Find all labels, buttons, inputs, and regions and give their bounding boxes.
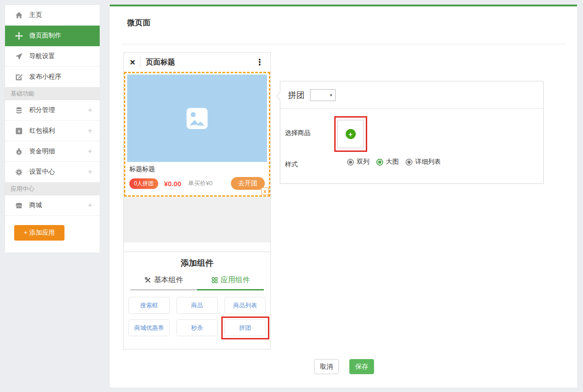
money-bag-icon: ¥ — [15, 148, 23, 156]
pintuan-dropdown[interactable] — [310, 89, 336, 101]
expand-plus-icon[interactable]: + — [88, 147, 92, 156]
radio-icon-selected — [376, 159, 383, 166]
sidebar-item-label: 发布小程序 — [29, 73, 61, 81]
sidebar-item-funds[interactable]: ¥ 资金明细 + — [5, 141, 100, 162]
edit-icon — [15, 73, 23, 81]
tab-basic-components[interactable]: 基本组件 — [130, 275, 197, 290]
title-divider — [121, 44, 566, 44]
main-content: 微页面 × 页面标题 ⋮ 标题标题 — [110, 5, 577, 387]
sidebar-item-navigation[interactable]: 导航设置 — [5, 46, 100, 67]
radio-icon — [406, 159, 412, 166]
sidebar-item-label: 微页面制作 — [29, 32, 61, 40]
group-buy-badge: 0人拼团 — [129, 178, 158, 189]
component-tabs: 基本组件 应用组件 — [130, 275, 264, 290]
kebab-menu-icon[interactable]: ⋮ — [256, 57, 264, 67]
component-button-searchbox[interactable]: 搜索框 — [128, 297, 170, 314]
expand-plus-icon[interactable]: + — [88, 201, 92, 210]
header-divider — [140, 56, 140, 68]
cancel-button[interactable]: 取消 — [314, 359, 339, 374]
radio-label: 大图 — [386, 158, 399, 166]
delete-component-icon[interactable]: x — [261, 188, 269, 195]
component-button-product-list[interactable]: 商品列表 — [225, 297, 266, 314]
selected-pintuan-component[interactable]: 标题标题 0人拼团 ¥0.00 单买价¥0 去开团 x — [124, 72, 270, 197]
empty-page-area — [124, 197, 270, 242]
sidebar-item-label: 资金明细 — [29, 147, 55, 156]
phone-page-title: 页面标题 — [146, 58, 175, 67]
component-button-pintuan[interactable]: 拼团 — [225, 319, 266, 336]
tools-icon — [144, 277, 151, 284]
save-button[interactable]: 保存 — [349, 359, 374, 374]
sidebar-item-label: 导航设置 — [29, 52, 55, 60]
radio-label: 详细列表 — [415, 158, 441, 166]
home-icon — [15, 11, 23, 19]
style-label: 样式 — [285, 161, 298, 169]
coins-icon — [15, 107, 23, 114]
svg-text:¥: ¥ — [18, 150, 20, 154]
add-app-button[interactable]: + 添加应用 — [14, 225, 64, 241]
radio-option-detail-list[interactable]: 详细列表 — [406, 158, 441, 166]
component-button-product[interactable]: 商品 — [177, 297, 218, 314]
svg-text:¥: ¥ — [18, 129, 20, 133]
component-picker: 添加组件 基本组件 — [124, 252, 270, 349]
sidebar-item-publish[interactable]: 发布小程序 — [5, 67, 100, 87]
single-buy-price: 单买价¥0 — [188, 179, 212, 188]
sidebar-item-mall[interactable]: 商城 + — [5, 195, 100, 216]
sidebar: 主页 微页面制作 导航设置 发布小程序 基础功能 积分管理 + ¥ 红包福利 +… — [5, 5, 100, 253]
sidebar-item-label: 红包福利 — [29, 127, 55, 135]
component-button-flash-sale[interactable]: 秒杀 — [177, 319, 218, 336]
sidebar-item-label: 设置中心 — [29, 168, 55, 176]
product-price: ¥0.00 — [164, 180, 182, 188]
expand-plus-icon[interactable]: + — [88, 106, 92, 115]
select-product-label: 选择商品 — [285, 129, 310, 137]
move-icon — [15, 32, 23, 40]
phone-header: × 页面标题 ⋮ — [124, 53, 270, 72]
product-price-row: 0人拼团 ¥0.00 单买价¥0 去开团 — [129, 177, 265, 190]
shop-icon — [15, 202, 23, 209]
sidebar-item-micropage[interactable]: 微页面制作 — [5, 26, 100, 46]
page-title: 微页面 — [127, 17, 150, 28]
component-button-coupon[interactable]: 商城优惠券 — [128, 319, 170, 336]
panel-header: 拼团 — [280, 81, 543, 109]
sidebar-item-label: 商城 — [29, 201, 42, 209]
image-placeholder-icon — [187, 108, 208, 129]
sidebar-section-basic: 基础功能 — [5, 87, 100, 100]
radio-option-big-image[interactable]: 大图 — [376, 158, 399, 166]
sidebar-item-label: 积分管理 — [29, 106, 55, 114]
sidebar-item-redpacket[interactable]: ¥ 红包福利 + — [5, 121, 100, 141]
radio-icon — [347, 159, 354, 166]
sidebar-item-points[interactable]: 积分管理 + — [5, 100, 100, 121]
component-picker-title: 添加组件 — [124, 258, 270, 268]
tab-app-components[interactable]: 应用组件 — [197, 275, 264, 290]
gear-icon — [15, 168, 23, 176]
expand-plus-icon[interactable]: + — [88, 167, 92, 177]
sidebar-section-apps: 应用中心 — [5, 183, 100, 195]
product-image-placeholder — [127, 75, 267, 162]
phone-preview: × 页面标题 ⋮ 标题标题 0人拼团 ¥0.00 — [123, 52, 271, 349]
expand-plus-icon[interactable]: + — [88, 126, 92, 135]
go-start-group-button[interactable]: 去开团 — [231, 177, 265, 190]
component-buttons: 搜索框 商品 商品列表 商城优惠券 秒杀 拼团 — [128, 297, 266, 336]
sidebar-item-settings[interactable]: 设置中心 + — [5, 162, 100, 183]
tab-label: 基本组件 — [154, 275, 183, 285]
product-title: 标题标题 — [129, 165, 265, 173]
add-product-box[interactable]: + — [337, 120, 364, 148]
style-options: 双列 大图 详细列表 — [347, 158, 441, 166]
page: 主页 微页面制作 导航设置 发布小程序 基础功能 积分管理 + ¥ 红包福利 +… — [0, 0, 583, 392]
close-icon[interactable]: × — [130, 58, 135, 67]
navigation-icon — [15, 53, 23, 60]
radio-option-double-column[interactable]: 双列 — [347, 158, 369, 166]
panel-title: 拼团 — [288, 90, 305, 101]
add-plus-icon: + — [346, 129, 356, 139]
pintuan-settings-panel: 拼团 选择商品 + 样式 双列 大图 详细列表 — [280, 81, 544, 184]
sidebar-item-label: 主页 — [29, 11, 42, 19]
grid-icon — [211, 277, 218, 284]
red-packet-icon: ¥ — [15, 127, 23, 135]
tab-label: 应用组件 — [221, 275, 250, 285]
sidebar-item-home[interactable]: 主页 — [5, 5, 100, 26]
radio-label: 双列 — [357, 158, 369, 166]
sidebar-footer: + 添加应用 — [5, 216, 100, 241]
